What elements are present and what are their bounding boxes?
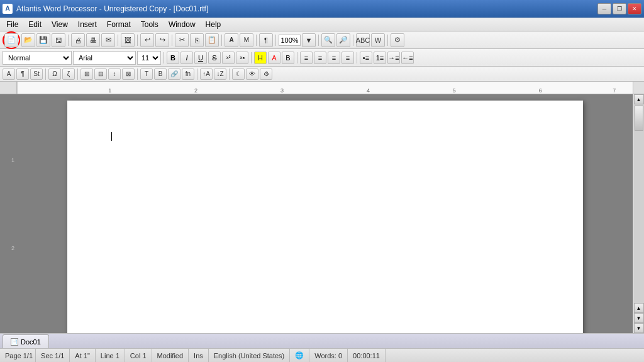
align-right-button[interactable]: ≡ xyxy=(328,52,340,64)
document-page[interactable]: ALL PC World All Apps For A Free World xyxy=(67,101,583,333)
zoom-out-btn[interactable]: 🔍 xyxy=(321,33,335,47)
save-all-button[interactable]: 🖫 xyxy=(52,33,65,47)
delete-col-btn[interactable]: ⊠ xyxy=(122,69,135,80)
read-mode-btn[interactable]: 👁 xyxy=(246,69,258,80)
font-color-button[interactable]: A xyxy=(268,52,280,64)
ruler-mark-1: 1 xyxy=(108,87,111,94)
bg-color-button[interactable]: B xyxy=(282,52,294,64)
sort-desc-btn[interactable]: ↓Z xyxy=(214,69,226,80)
fmt-sep1 xyxy=(164,52,164,63)
scroll-track[interactable] xyxy=(634,104,644,303)
options-btn[interactable]: ⚙ xyxy=(391,33,404,47)
spell-check-btn[interactable]: ABC xyxy=(356,33,370,47)
indent-less-button[interactable]: ←≡ xyxy=(401,52,414,64)
highlight-btn[interactable]: M xyxy=(240,33,253,47)
undo-button[interactable]: ↩ xyxy=(140,33,154,47)
zoom-in-btn[interactable]: 🔎 xyxy=(336,33,350,47)
picture-button[interactable]: 🖼 xyxy=(121,33,135,47)
menu-window[interactable]: Window xyxy=(164,18,201,31)
align-center-button[interactable]: ≡ xyxy=(314,52,326,64)
settings-btn[interactable]: ⚙ xyxy=(260,69,272,80)
fmt-sep2 xyxy=(251,52,252,63)
menu-insert[interactable]: Insert xyxy=(73,18,102,31)
status-language: English (United States) xyxy=(209,349,291,362)
hyperlink-btn[interactable]: 🔗 xyxy=(168,69,180,80)
zoom-dropdown-btn[interactable]: ▼ xyxy=(302,33,316,47)
email-button[interactable]: ✉ xyxy=(101,33,115,47)
document-scroll[interactable]: ALL PC World All Apps For A Free World xyxy=(17,94,633,333)
margin-num-1: 1 xyxy=(11,157,14,163)
align-left-button[interactable]: ≡ xyxy=(300,52,313,64)
new-button[interactable]: 📄 xyxy=(4,33,18,47)
scroll-page-down[interactable]: ▼ xyxy=(634,313,644,323)
footnote-btn[interactable]: fn xyxy=(182,69,194,80)
status-ins: Ins xyxy=(189,349,209,362)
style-dropdown[interactable]: Normal xyxy=(3,51,72,65)
table-props-btn[interactable]: ⊟ xyxy=(94,69,107,80)
scroll-up-arrow[interactable]: ▲ xyxy=(634,94,644,104)
word-count-btn[interactable]: W xyxy=(371,33,385,47)
menu-view[interactable]: View xyxy=(47,18,73,31)
menu-help[interactable]: Help xyxy=(201,18,226,31)
minimize-button[interactable]: ─ xyxy=(597,3,611,14)
doc-tab-doc01[interactable]: 📄 Doc01 xyxy=(3,334,49,348)
table-btn[interactable]: ⊞ xyxy=(80,69,93,80)
paragraph-btn[interactable]: ¶ xyxy=(16,69,29,80)
copy-button[interactable]: ⎘ xyxy=(190,33,204,47)
night-mode-btn[interactable]: ☾ xyxy=(232,69,245,80)
cut-button[interactable]: ✂ xyxy=(175,33,189,47)
status-modified: Modified xyxy=(152,349,189,362)
style-apply-btn[interactable]: A xyxy=(3,69,15,80)
scroll-down-arrow[interactable]: ▼ xyxy=(634,323,644,333)
sep1 xyxy=(68,35,69,46)
menu-format[interactable]: Format xyxy=(102,18,136,31)
fmt-sep3 xyxy=(297,52,297,63)
bookmark-btn[interactable]: B xyxy=(154,69,167,80)
doc-tabs: 📄 Doc01 xyxy=(0,333,644,348)
bold-button[interactable]: B xyxy=(167,52,179,64)
ruler: 1 2 3 4 5 6 7 xyxy=(17,82,633,94)
scroll-thumb[interactable] xyxy=(635,106,643,131)
underline-button[interactable]: U xyxy=(194,52,207,64)
tb3-sep4 xyxy=(197,69,197,80)
sort-asc-btn[interactable]: ↑A xyxy=(200,69,213,80)
italic-button[interactable]: I xyxy=(180,52,193,64)
ruler-mark-4: 4 xyxy=(367,87,370,94)
menu-file[interactable]: File xyxy=(1,18,23,31)
justify-button[interactable]: ≡ xyxy=(341,52,354,64)
insert-col-btn[interactable]: ↕ xyxy=(108,69,121,80)
print-button[interactable]: 🖶 xyxy=(86,33,100,47)
close-button[interactable]: ✕ xyxy=(628,3,641,14)
highlight-text-button[interactable]: H xyxy=(254,52,267,64)
paste-button[interactable]: 📋 xyxy=(205,33,219,47)
redo-button[interactable]: ↪ xyxy=(155,33,169,47)
toc-btn[interactable]: T xyxy=(140,69,153,80)
indent-more-button[interactable]: →≡ xyxy=(387,52,400,64)
number-list-button[interactable]: 1≡ xyxy=(374,52,386,64)
vertical-scrollbar[interactable]: ▲ ▲ ▼ ▼ xyxy=(633,94,644,333)
styles-btn[interactable]: St xyxy=(30,69,43,80)
special-chars-btn[interactable]: Ω xyxy=(48,69,61,80)
symbol-btn[interactable]: ζ xyxy=(62,69,75,80)
print-preview-button[interactable]: 🖨 xyxy=(71,33,85,47)
save-button[interactable]: 💾 xyxy=(36,33,50,47)
strikethrough-button[interactable]: S xyxy=(208,52,221,64)
font-dropdown[interactable]: Arial xyxy=(73,51,136,65)
line-spacing-btn[interactable]: ¶ xyxy=(259,33,273,47)
scroll-page-up[interactable]: ▲ xyxy=(634,303,644,313)
size-dropdown[interactable]: 11 xyxy=(137,51,161,65)
app-icon: A xyxy=(3,4,13,14)
menu-tools[interactable]: Tools xyxy=(136,18,164,31)
status-bar: Page 1/1 Sec 1/1 At 1" Line 1 Col 1 Modi… xyxy=(0,348,644,362)
subscript-button[interactable]: x₂ xyxy=(236,52,248,64)
superscript-button[interactable]: x² xyxy=(222,52,235,64)
font-color-btn[interactable]: A xyxy=(225,33,238,47)
menu-edit[interactable]: Edit xyxy=(23,18,47,31)
sep6 xyxy=(256,35,257,46)
sep8 xyxy=(318,35,319,46)
zoom-input[interactable] xyxy=(279,35,301,46)
toolbar2: Normal Arial 11 B I U S x² x₂ H A B ≡ ≡ … xyxy=(0,49,644,67)
bullet-list-button[interactable]: •≡ xyxy=(360,52,372,64)
restore-button[interactable]: ❐ xyxy=(613,3,626,14)
open-button[interactable]: 📂 xyxy=(21,33,35,47)
